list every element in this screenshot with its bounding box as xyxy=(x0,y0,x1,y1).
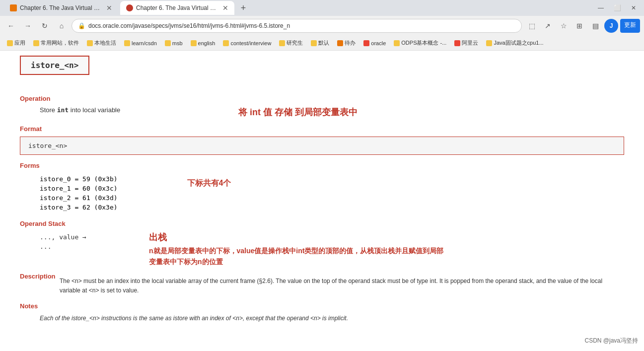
operation-annotation-text: 将 int 值 存储 到局部变量表中 xyxy=(238,107,358,117)
description-text: The <n> must be an index into the local … xyxy=(60,273,624,295)
bookmark-odps[interactable]: ODPS基本概念 -... xyxy=(391,38,449,48)
operation-text1: Store xyxy=(40,106,57,114)
forms-annotation-text: 下标共有4个 xyxy=(187,179,231,187)
bookmark-life[interactable]: 本地生活 xyxy=(84,38,119,48)
forward-button[interactable]: → xyxy=(21,19,35,33)
sidebar-icon[interactable]: ▤ xyxy=(588,19,602,33)
watermark: CSDN @java冯坚持 xyxy=(584,337,638,345)
bookmark-msb-icon xyxy=(165,40,171,46)
bookmark-common-icon xyxy=(33,40,39,46)
bookmark-java-icon xyxy=(486,40,492,46)
forms-list: istore_0 = 59 (0x3b) istore_1 = 60 (0x3c… xyxy=(20,173,118,213)
address-text: docs.oracle.com/javase/specs/jvms/se16/h… xyxy=(88,22,290,29)
minimize-button[interactable]: — xyxy=(594,4,608,11)
address-input[interactable]: 🔒 docs.oracle.com/javase/specs/jvms/se16… xyxy=(72,19,522,33)
home-button[interactable]: ⌂ xyxy=(55,19,69,33)
instruction-title: istore_<n> xyxy=(20,56,89,75)
bookmark-graduate-icon xyxy=(279,40,285,46)
format-heading: Format xyxy=(20,125,624,133)
format-section: Format istore_<n> xyxy=(20,125,624,155)
bookmark-todo[interactable]: 待办 xyxy=(334,38,358,48)
bookmark-oracle-label: oracle xyxy=(371,40,386,46)
description-section: Description The <n> must be an index int… xyxy=(20,273,624,295)
bookmark-oracle[interactable]: oracle xyxy=(360,39,389,47)
forms-row: istore_0 = 59 (0x3b) istore_1 = 60 (0x3c… xyxy=(20,173,624,213)
bookmark-java-label: Java固试题之cpu1... xyxy=(494,39,543,47)
operation-annotation: 将 int 值 存储 到局部变量表中 xyxy=(209,106,624,118)
bookmark-odps-label: ODPS基本概念 -... xyxy=(401,39,446,47)
share-icon[interactable]: ↗ xyxy=(541,19,555,33)
bookmark-common-label: 常用网站，软件 xyxy=(41,39,79,47)
tab1-close[interactable]: ✕ xyxy=(106,4,112,12)
operand-annotation-title: 出栈 xyxy=(149,231,447,243)
bookmark-odps-icon xyxy=(394,40,400,46)
profile-button[interactable]: J xyxy=(604,19,618,33)
bookmark-aliyun[interactable]: 阿里云 xyxy=(451,38,481,48)
tab2-label: Chapter 6. The Java Virtual M... xyxy=(136,4,219,11)
tab-2[interactable]: Chapter 6. The Java Virtual M... ✕ xyxy=(120,1,234,15)
bookmark-apps-label: 应用 xyxy=(14,39,25,47)
form-item-0: istore_0 = 59 (0x3b) xyxy=(40,175,118,183)
operand-col: ..., value → ... xyxy=(20,231,119,250)
operation-heading: Operation xyxy=(20,95,624,102)
notes-heading: Notes xyxy=(20,302,624,310)
screenshot-icon[interactable]: ⬚ xyxy=(525,19,539,33)
bookmark-english-label: english xyxy=(198,40,215,46)
form-item-2: istore_2 = 61 (0x3d) xyxy=(40,194,118,202)
bookmark-contest[interactable]: contest/interview xyxy=(220,39,274,47)
operand-heading: Operand Stack xyxy=(20,220,624,227)
tab-1[interactable]: Chapter 6. The Java Virtual M... ✕ xyxy=(4,1,118,15)
bookmark-graduate[interactable]: 研究生 xyxy=(276,38,306,48)
bookmark-msb[interactable]: msb xyxy=(162,39,186,47)
bookmark-csdn-label: learn/csdn xyxy=(132,40,157,46)
bookmark-icon[interactable]: ☆ xyxy=(557,19,571,33)
notes-section: Notes Each of the istore_<n> instruction… xyxy=(20,302,624,323)
title-bar: Chapter 6. The Java Virtual M... ✕ Chapt… xyxy=(0,0,644,16)
bookmark-default-icon xyxy=(311,40,317,46)
lock-icon: 🔒 xyxy=(78,22,85,29)
page-content: istore_<n> Operation Store int into loca… xyxy=(0,51,644,351)
address-bar: ← → ↻ ⌂ 🔒 docs.oracle.com/javase/specs/j… xyxy=(0,16,644,36)
bookmark-default[interactable]: 默认 xyxy=(308,38,332,48)
bookmark-msb-label: msb xyxy=(172,40,183,46)
bookmark-todo-label: 待办 xyxy=(345,39,356,47)
operation-description: Store int into local variable xyxy=(40,106,209,114)
bookmark-java[interactable]: Java固试题之cpu1... xyxy=(483,38,546,48)
favorite-icon[interactable]: ⊞ xyxy=(572,19,586,33)
update-button[interactable]: 更新 xyxy=(620,19,640,33)
operand-stack-text: ..., value → xyxy=(40,233,119,241)
bookmark-contest-icon xyxy=(223,40,229,46)
restore-button[interactable]: ⬜ xyxy=(610,4,625,11)
new-tab-button[interactable]: + xyxy=(236,1,250,15)
operation-row: Store int into local variable 将 int 值 存储… xyxy=(20,106,624,118)
bookmark-oracle-icon xyxy=(363,40,369,46)
bookmark-english-icon xyxy=(191,40,197,46)
bookmark-todo-icon xyxy=(337,40,343,46)
window-controls: — ⬜ ✕ xyxy=(594,4,640,11)
operand-annotation-desc: n就是局部变量表中的下标，value值是操作栈中int类型的顶部的值，从栈顶出栈… xyxy=(149,245,447,268)
operand-stack-section: Operand Stack ..., value → ... 出栈 n就是局部变… xyxy=(20,220,624,268)
bookmark-default-label: 默认 xyxy=(318,39,329,47)
bookmark-csdn[interactable]: learn/csdn xyxy=(121,39,160,47)
close-button[interactable]: ✕ xyxy=(627,4,640,11)
operand-row: ..., value → ... 出栈 n就是局部变量表中的下标，value值是… xyxy=(20,231,624,268)
description-paragraph: The <n> must be an index into the local … xyxy=(60,277,624,295)
content-inner: istore_<n> Operation Store int into loca… xyxy=(0,51,644,343)
forms-annotation: 下标共有4个 xyxy=(147,173,231,189)
operation-text: Store int into local variable xyxy=(20,106,209,114)
bookmark-common[interactable]: 常用网站，软件 xyxy=(30,38,82,48)
tab1-favicon xyxy=(10,4,17,11)
bookmark-life-icon xyxy=(87,40,93,46)
back-button[interactable]: ← xyxy=(4,19,18,33)
desc-row: Description The <n> must be an index int… xyxy=(20,273,624,295)
reload-button[interactable]: ↻ xyxy=(38,19,52,33)
bookmark-csdn-icon xyxy=(124,40,130,46)
tab2-close[interactable]: ✕ xyxy=(222,4,228,12)
bookmark-english[interactable]: english xyxy=(188,39,218,47)
operation-section: Operation Store int into local variable … xyxy=(20,95,624,118)
operation-code: int xyxy=(57,106,69,114)
bookmark-life-label: 本地生活 xyxy=(94,39,116,47)
address-icons: ⬚ ↗ ☆ ⊞ ▤ J 更新 xyxy=(525,19,640,33)
operation-text2: into local variable xyxy=(69,106,120,114)
bookmark-apps[interactable]: 应用 xyxy=(4,38,28,48)
